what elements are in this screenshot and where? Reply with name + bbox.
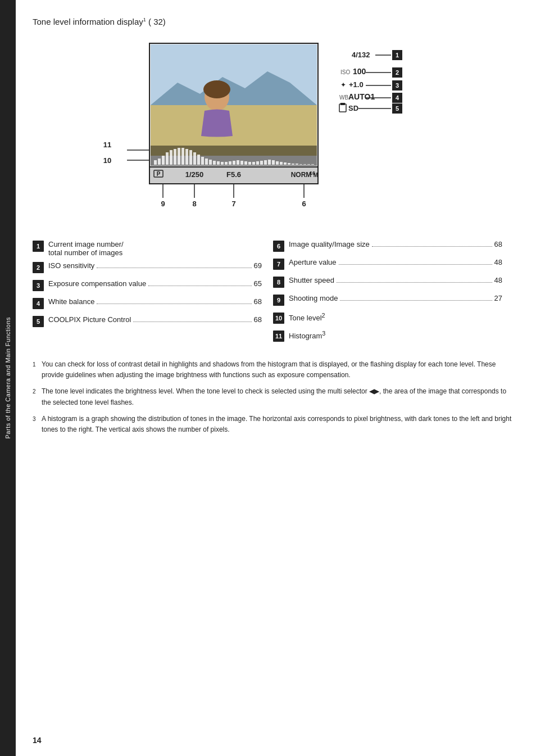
svg-rect-29	[240, 161, 243, 165]
svg-rect-42	[292, 164, 294, 165]
svg-text:AUTO1: AUTO1	[348, 92, 375, 101]
item-page-2: 69	[254, 261, 262, 270]
footnote-text-1: You can check for loss of contrast detai…	[42, 359, 514, 381]
svg-rect-12	[174, 149, 176, 165]
svg-text:WB: WB	[339, 94, 348, 101]
svg-rect-34	[260, 161, 263, 165]
svg-text:5: 5	[396, 105, 399, 112]
diagram-area: P 1/250 F5.6 NORM 16 M 4/132 ISO 100 ✦ +…	[33, 38, 514, 223]
page-number: 14	[33, 736, 42, 745]
svg-rect-36	[268, 160, 271, 165]
item-number-6: 6	[273, 241, 284, 252]
svg-rect-23	[217, 161, 220, 165]
footnote-num-1: 1	[33, 360, 42, 369]
main-content: Tone level information display1 ( 32)	[16, 0, 536, 756]
item-label-4: White balance	[48, 297, 94, 306]
svg-rect-63	[339, 104, 346, 112]
svg-rect-27	[233, 161, 235, 165]
svg-rect-9	[162, 156, 165, 165]
item-page-7: 48	[494, 258, 502, 266]
svg-text:+1.0: +1.0	[349, 80, 364, 89]
svg-rect-14	[181, 148, 184, 165]
list-item: 4 White balance 68	[33, 297, 262, 311]
svg-text:1: 1	[396, 52, 399, 58]
dots-9	[340, 300, 492, 301]
svg-point-5	[203, 80, 230, 98]
svg-text:SD: SD	[348, 104, 358, 112]
item-page-9: 27	[494, 294, 502, 302]
dots-3	[148, 286, 251, 286]
svg-text:2: 2	[396, 69, 399, 76]
svg-rect-22	[213, 161, 216, 165]
svg-rect-28	[237, 160, 239, 165]
svg-rect-40	[284, 162, 287, 165]
item-number-10: 10	[273, 313, 284, 324]
svg-text:F5.6: F5.6	[226, 170, 241, 179]
item-number-11: 11	[273, 331, 284, 342]
list-item: 11 Histogram3	[273, 330, 502, 343]
svg-text:✦: ✦	[340, 81, 346, 89]
item-page-5: 68	[254, 315, 262, 324]
item-text-1: Current image number/total number of ima…	[48, 240, 124, 257]
svg-rect-33	[256, 161, 259, 165]
item-page-4: 68	[254, 297, 262, 306]
item-text-row-2: ISO sensitivity 69	[48, 261, 262, 270]
list-item: 3 Exposure compensation value 65	[33, 279, 262, 293]
svg-text:6: 6	[302, 200, 306, 208]
item-label-2: ISO sensitivity	[48, 261, 94, 270]
title-sup: 1	[143, 17, 146, 22]
svg-rect-38	[276, 161, 279, 165]
list-item: 10 Tone level2	[273, 312, 502, 325]
svg-text:11: 11	[103, 141, 111, 149]
svg-text:M: M	[314, 172, 318, 178]
info-col-left: 1 Current image number/total number of i…	[33, 240, 273, 348]
svg-rect-21	[209, 160, 212, 165]
item-text-row-4: White balance 68	[48, 297, 262, 306]
footnote-num-3: 3	[33, 415, 42, 424]
item-desc-11: Histogram3	[289, 330, 502, 340]
svg-text:NORM: NORM	[291, 171, 312, 179]
item-label-8: Shutter speed	[289, 276, 334, 284]
item-page-6: 68	[494, 240, 502, 248]
svg-rect-16	[189, 150, 192, 165]
svg-rect-43	[296, 164, 298, 165]
svg-rect-7	[154, 160, 157, 165]
list-item: 7 Aperture value 48	[273, 258, 502, 271]
item-text-row-3: Exposure compensation value 65	[48, 279, 262, 288]
item-page-8: 48	[494, 276, 502, 284]
sidebar: Parts of the Camera and Main Functions	[0, 0, 16, 756]
item-number-3: 3	[33, 280, 44, 291]
footnote-3: 3 A histogram is a graph showing the dis…	[33, 414, 514, 435]
diagram-svg: P 1/250 F5.6 NORM 16 M 4/132 ISO 100 ✦ +…	[76, 38, 470, 223]
svg-text:100: 100	[353, 67, 366, 76]
list-item: 9 Shooting mode 27	[273, 294, 502, 307]
item-number-2: 2	[33, 262, 44, 273]
svg-text:ISO: ISO	[340, 69, 350, 75]
dots-5	[133, 322, 251, 322]
list-item: 6 Image quality/Image size 68	[273, 240, 502, 253]
footnote-text-2: The tone level indicates the brightness …	[42, 386, 514, 408]
svg-rect-10	[166, 152, 169, 165]
item-text-row-8: Shutter speed 48	[289, 276, 502, 284]
item-text-row-7: Aperture value 48	[289, 258, 502, 266]
svg-text:3: 3	[396, 82, 399, 89]
item-number-1: 1	[33, 241, 44, 252]
svg-rect-13	[178, 148, 180, 165]
svg-rect-11	[170, 150, 172, 165]
item-text-row-6: Image quality/Image size 68	[289, 240, 502, 248]
list-item: 2 ISO sensitivity 69	[33, 261, 262, 275]
list-item: 5 COOLPIX Picture Control 68	[33, 315, 262, 329]
svg-rect-44	[299, 164, 302, 165]
svg-rect-39	[280, 162, 283, 165]
svg-rect-30	[244, 161, 247, 165]
dots-8	[337, 282, 492, 283]
info-col-right: 6 Image quality/Image size 68 7 Aperture…	[273, 240, 514, 348]
dots-4	[97, 304, 251, 304]
footnote-2: 2 The tone level indicates the brightnes…	[33, 386, 514, 408]
svg-text:4: 4	[396, 94, 399, 101]
dots-6	[372, 246, 492, 247]
svg-rect-45	[303, 164, 306, 165]
svg-rect-37	[272, 160, 275, 165]
svg-rect-17	[193, 152, 196, 165]
item-label-11: Histogram3	[289, 332, 325, 340]
